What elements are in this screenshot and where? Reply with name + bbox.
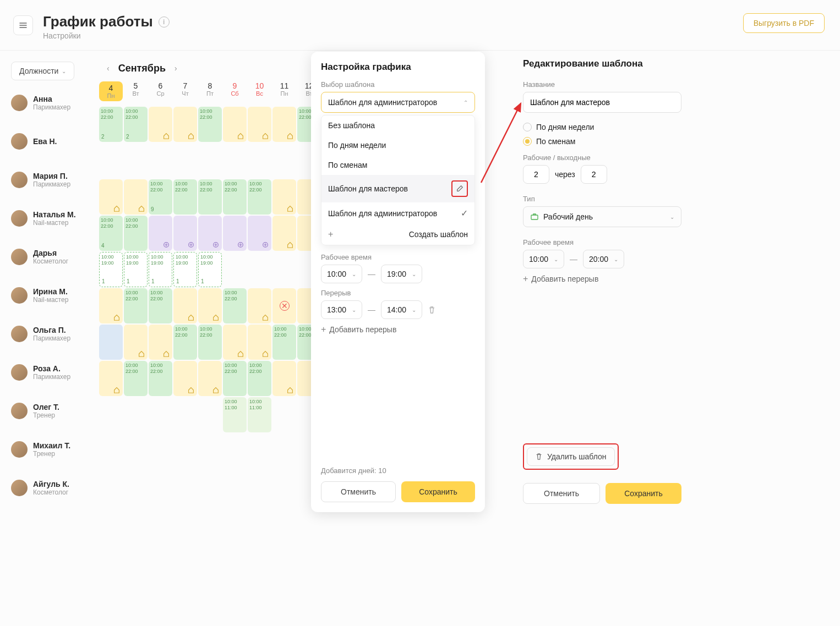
schedule-cell[interactable]: 10:0011:00: [248, 397, 271, 432]
schedule-cell[interactable]: [223, 143, 247, 178]
template-option[interactable]: Шаблон для администраторов ✓: [321, 202, 474, 224]
schedule-cell[interactable]: 10:0022:00: [272, 325, 296, 360]
template-option[interactable]: По дням недели: [321, 135, 474, 155]
work-from-select[interactable]: 10:00⌄: [321, 265, 362, 283]
schedule-cell[interactable]: [173, 107, 197, 142]
staff-row[interactable]: Ольга П.Парикмахер: [11, 326, 95, 342]
day-header[interactable]: 8Пт: [198, 81, 222, 101]
schedule-cell[interactable]: 10:0022:00: [248, 361, 271, 396]
schedule-cell[interactable]: [272, 216, 296, 251]
schedule-cell[interactable]: 10:0022:009: [149, 179, 172, 215]
template-name-input[interactable]: [523, 92, 681, 113]
schedule-cell[interactable]: 10:0022:00: [124, 361, 148, 396]
schedule-cell[interactable]: [99, 433, 123, 469]
staff-row[interactable]: АннаПарикмахер: [11, 95, 95, 111]
schedule-cell[interactable]: [248, 288, 271, 323]
schedule-cell[interactable]: [198, 216, 222, 251]
work-to-select[interactable]: 19:00⌄: [381, 265, 422, 283]
menu-button[interactable]: [13, 15, 33, 35]
day-header[interactable]: 5Вт: [124, 81, 148, 101]
template-option[interactable]: Шаблон для мастеров: [321, 175, 474, 202]
schedule-cell[interactable]: 10:0022:004: [99, 216, 123, 251]
schedule-cell[interactable]: [149, 143, 172, 178]
positions-filter[interactable]: Должности⌄: [11, 62, 74, 80]
break-from-select[interactable]: 13:00⌄: [321, 300, 362, 319]
schedule-cell[interactable]: [124, 325, 148, 360]
delete-template-button[interactable]: Удалить шаблон: [527, 447, 615, 466]
schedule-cell[interactable]: [173, 397, 197, 432]
by-weekdays-radio[interactable]: По дням недели: [523, 123, 681, 131]
day-header[interactable]: 9Сб: [223, 81, 247, 101]
schedule-cell[interactable]: [173, 288, 197, 323]
staff-row[interactable]: Роза А.Парикмахер: [11, 364, 95, 381]
schedule-cell[interactable]: [198, 288, 222, 323]
schedule-cell[interactable]: 10:0022:00: [124, 216, 148, 251]
schedule-cell[interactable]: [272, 361, 296, 396]
schedule-cell[interactable]: [124, 470, 148, 505]
edit-icon[interactable]: [454, 183, 466, 195]
schedule-cell[interactable]: [248, 143, 271, 178]
schedule-cell[interactable]: 10:0019:001: [124, 252, 148, 287]
staff-row[interactable]: Ева Н.: [11, 133, 95, 150]
schedule-cell[interactable]: [173, 470, 197, 505]
day-header[interactable]: 11Пн: [272, 81, 296, 101]
schedule-cell[interactable]: 10:0019:001: [99, 252, 123, 287]
staff-row[interactable]: Наталья М.Nail-мастер: [11, 210, 95, 227]
break-to-select[interactable]: 14:00⌄: [381, 300, 422, 319]
schedule-cell[interactable]: [248, 470, 271, 505]
staff-row[interactable]: Мария П.Парикмахер: [11, 172, 95, 188]
staff-row[interactable]: Айгуль К.Косметолог: [11, 480, 95, 496]
schedule-cell[interactable]: 10:0022:00: [149, 288, 172, 323]
schedule-cell[interactable]: [99, 179, 123, 215]
day-type-select[interactable]: Рабочий день ⌄: [523, 206, 681, 227]
info-icon[interactable]: i: [159, 17, 170, 28]
schedule-cell[interactable]: [198, 361, 222, 396]
schedule-cell[interactable]: [198, 397, 222, 432]
schedule-cell[interactable]: [149, 216, 172, 251]
schedule-cell[interactable]: [149, 433, 172, 469]
template-option[interactable]: Без шаблона: [321, 116, 474, 135]
day-header[interactable]: 6Ср: [149, 81, 172, 101]
schedule-cell[interactable]: [223, 325, 247, 360]
schedule-cell[interactable]: 10:0022:002: [99, 107, 123, 142]
schedule-cell[interactable]: [272, 433, 296, 469]
work-days-input[interactable]: [523, 165, 549, 184]
schedule-cell[interactable]: [223, 252, 247, 287]
schedule-cell[interactable]: [99, 361, 123, 396]
schedule-cell[interactable]: 10:0022:00: [173, 179, 197, 215]
staff-row[interactable]: Олег Т.Тренер: [11, 403, 95, 419]
delete-break-button[interactable]: [428, 306, 436, 314]
schedule-cell[interactable]: [198, 433, 222, 469]
template-option[interactable]: По сменам: [321, 155, 474, 175]
work-to-select[interactable]: 20:00⌄: [583, 250, 624, 268]
schedule-cell[interactable]: [198, 470, 222, 505]
schedule-cell[interactable]: 10:0022:00: [223, 361, 247, 396]
schedule-cell[interactable]: ✕: [272, 288, 296, 323]
schedule-cell[interactable]: [124, 397, 148, 432]
schedule-cell[interactable]: [149, 470, 172, 505]
schedule-cell[interactable]: [223, 433, 247, 469]
staff-row[interactable]: Ирина М.Nail-мастер: [11, 287, 95, 304]
schedule-cell[interactable]: [124, 179, 148, 215]
cancel-button[interactable]: Отменить: [523, 483, 600, 504]
schedule-cell[interactable]: [99, 470, 123, 505]
save-button[interactable]: Сохранить: [401, 481, 475, 502]
schedule-cell[interactable]: [248, 107, 271, 142]
schedule-cell[interactable]: [272, 252, 296, 287]
schedule-cell[interactable]: [149, 325, 172, 360]
schedule-cell[interactable]: 10:0019:001: [173, 252, 197, 287]
schedule-cell[interactable]: 10:0019:001: [198, 252, 222, 287]
staff-row[interactable]: ДарьяКосметолог: [11, 249, 95, 265]
rest-days-input[interactable]: [581, 165, 607, 184]
schedule-cell[interactable]: [149, 107, 172, 142]
schedule-cell[interactable]: [272, 397, 296, 432]
schedule-cell[interactable]: 10:0019:001: [149, 252, 172, 287]
schedule-cell[interactable]: [99, 143, 123, 178]
day-header[interactable]: 4Пн: [99, 81, 123, 101]
schedule-cell[interactable]: [99, 288, 123, 323]
create-template-button[interactable]: + Создать шаблон: [321, 224, 474, 245]
schedule-cell[interactable]: 10:0022:00: [198, 107, 222, 142]
schedule-cell[interactable]: [149, 397, 172, 432]
schedule-cell[interactable]: [198, 143, 222, 178]
schedule-cell[interactable]: 10:0022:00: [173, 325, 197, 360]
